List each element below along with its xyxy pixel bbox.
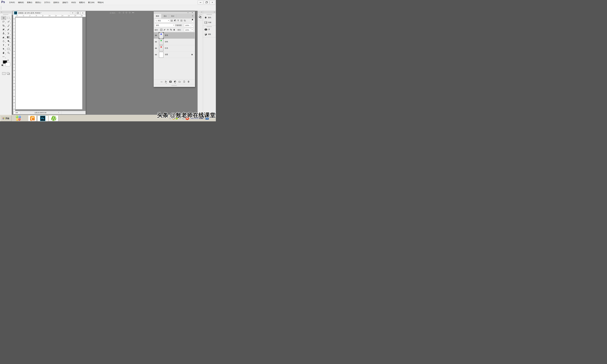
tool-quick-select[interactable] [6, 20, 11, 24]
background-color-swatch[interactable] [6, 63, 10, 66]
tool-brush[interactable] [6, 28, 11, 31]
layer-name[interactable]: 红色 [165, 47, 168, 49]
tool-dodge[interactable] [6, 39, 11, 43]
tab-paths[interactable]: 路径 [169, 14, 177, 18]
toolbar-grip[interactable] [3, 14, 9, 15]
tab-layers[interactable]: 图层 [154, 14, 161, 18]
toolbar-collapse-header[interactable]: « [0, 11, 12, 13]
blend-mode-dropdown[interactable]: 滤色 [155, 24, 175, 27]
opacity-chevron-button[interactable] [191, 24, 194, 27]
launcher-pinwheel[interactable] [15, 115, 21, 121]
tool-healing-brush[interactable] [1, 28, 6, 31]
tool-hand[interactable] [1, 51, 6, 55]
adjustment-layer-button[interactable] [174, 81, 176, 83]
options-grip[interactable] [1, 6, 1, 10]
tool-eyedropper[interactable] [6, 24, 11, 27]
screen-mode-button[interactable] [7, 72, 9, 74]
tool-clone-stamp[interactable] [1, 32, 6, 35]
add-layer-mask-button[interactable] [170, 81, 172, 83]
arrange-panel-icon[interactable] [198, 15, 202, 19]
layer-style-fx-button[interactable]: fx [165, 80, 167, 83]
layers-panel-header[interactable]: « × [154, 11, 195, 14]
dock-b-grip2[interactable] [207, 26, 212, 27]
edit-toolbar-ellipsis[interactable]: ••• [1, 55, 6, 58]
lock-transparent-pixels-icon[interactable] [160, 29, 162, 31]
layer-thumbnail[interactable] [159, 52, 163, 58]
menu-layer[interactable]: 图层(L) [34, 1, 43, 4]
menu-3d[interactable]: 3D(D) [70, 1, 78, 3]
fill-chevron-button[interactable] [191, 28, 194, 32]
3d-drag-icon[interactable] [125, 11, 128, 14]
tool-move[interactable] [1, 16, 6, 20]
menu-filter[interactable]: 滤镜(T) [61, 1, 70, 4]
visibility-eye-icon[interactable] [154, 32, 158, 39]
visibility-eye-icon[interactable] [154, 52, 158, 58]
layer-thumbnail[interactable] [159, 33, 163, 38]
status-more-chevron[interactable]: › [58, 111, 59, 114]
lock-all-icon[interactable] [173, 29, 175, 31]
3d-roll-icon[interactable] [122, 11, 124, 14]
doc-close-button[interactable]: × [80, 11, 85, 14]
panel-resize-grip[interactable] [172, 85, 177, 86]
app-minimize-button[interactable] [198, 0, 203, 4]
vertical-ruler[interactable]: 0 2 4 6 8 10 12 14 16 18 20 22 24 26 28 [13, 17, 15, 111]
layer-filter-type-dropdown[interactable]: 类型 [155, 19, 170, 23]
start-button[interactable]: 开始 [0, 115, 12, 121]
tool-eraser[interactable] [1, 35, 6, 39]
filter-adjustment-layers-icon[interactable] [174, 20, 176, 22]
new-layer-button[interactable] [183, 80, 185, 83]
layer-row-red[interactable]: 红色 [154, 45, 195, 52]
link-layers-button[interactable] [160, 81, 163, 83]
layer-thumbnail[interactable] [159, 46, 163, 51]
panel-menu-icon[interactable]: ≡ [192, 15, 193, 17]
tool-gradient[interactable] [6, 35, 11, 39]
taskbar-photoshop[interactable]: Ps [37, 115, 48, 121]
default-colors-icon[interactable] [1, 65, 3, 66]
lock-artboard-icon[interactable] [170, 29, 172, 31]
dock-item-color[interactable]: 颜色 [203, 15, 216, 20]
panel-collapse-icon[interactable]: « [187, 12, 188, 13]
layer-row-green[interactable]: 绿色 [154, 39, 195, 45]
3d-scale-camera-icon[interactable] [132, 11, 134, 14]
app-restore-button[interactable] [204, 0, 209, 4]
panel-close-icon[interactable]: × [192, 12, 193, 13]
filter-type-layers-icon[interactable]: T [177, 19, 179, 22]
tool-zoom[interactable] [6, 51, 11, 55]
document-titlebar[interactable]: Ps 未标题-1 @ 16% (蓝色, RGB/8) * × [13, 11, 86, 15]
filter-smart-objects-icon[interactable] [184, 20, 186, 22]
tool-path-select[interactable] [1, 47, 6, 51]
filter-pixel-layers-icon[interactable] [171, 20, 173, 22]
panel-resize-strip[interactable] [154, 84, 195, 87]
tool-rect-marquee[interactable] [6, 16, 11, 20]
dock-a-collapse-header[interactable]: « [198, 11, 203, 13]
menu-help[interactable]: 帮助(H) [96, 1, 105, 4]
taskbar-uc-browser[interactable] [28, 115, 37, 121]
tool-lasso[interactable] [1, 20, 6, 24]
visibility-eye-icon[interactable] [154, 39, 158, 45]
layer-filtering-toggle[interactable] [192, 19, 194, 23]
dock-item-libraries[interactable]: ∞ 库 [203, 27, 216, 32]
app-close-button[interactable]: × [210, 0, 215, 4]
layer-name[interactable]: 绿色 [165, 41, 168, 43]
doc-maximize-button[interactable] [75, 11, 80, 14]
lock-image-pixels-icon[interactable] [164, 29, 166, 31]
menu-view[interactable]: 视图(V) [78, 1, 86, 4]
horizontal-ruler[interactable]: 0 2 4 6 8 10 12 14 16 18 20 [15, 15, 86, 17]
doc-minimize-button[interactable] [70, 11, 75, 14]
layer-name[interactable]: 蓝色 [165, 34, 168, 36]
tab-channels[interactable]: 通道 [161, 14, 169, 18]
dock-item-swatches[interactable]: 色板 [203, 20, 216, 25]
tool-pen[interactable] [1, 43, 6, 47]
zoom-level-field[interactable]: 16% [13, 111, 20, 114]
tool-shape[interactable] [6, 47, 11, 51]
taskbar-coreldraw[interactable] [49, 115, 58, 121]
layer-row-background[interactable]: 背景 [154, 52, 195, 58]
tool-history-brush[interactable] [6, 32, 11, 35]
menu-type[interactable]: 文字(Y) [43, 1, 52, 4]
ruler-origin-corner[interactable] [13, 15, 15, 17]
menu-select[interactable]: 选择(S) [52, 1, 61, 4]
dock-b-collapse-header[interactable]: « [203, 11, 216, 13]
menu-edit[interactable]: 编辑(E) [16, 1, 26, 4]
canvas[interactable] [15, 17, 82, 109]
new-group-button[interactable] [178, 80, 181, 83]
